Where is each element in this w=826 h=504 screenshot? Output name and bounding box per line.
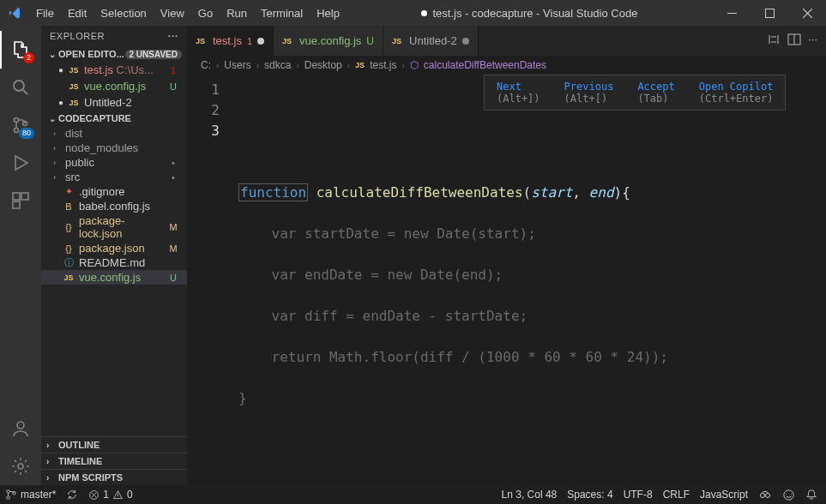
activity-run-debug[interactable] [0,144,41,182]
svg-rect-8 [13,201,20,208]
menu-go[interactable]: Go [191,3,220,23]
breadcrumb[interactable]: C:› Users› sdkca› Desktop› JStest.js› ⬡c… [187,56,826,75]
menu-run[interactable]: Run [220,3,254,23]
status-problems[interactable]: 1 0 [83,489,137,501]
timeline-section[interactable]: ›TIMELINE [41,453,187,469]
explorer-badge: 2 [23,52,34,63]
file-item[interactable]: ✦.gitignore [41,184,187,199]
editor-tab[interactable]: JS test.js 1 [187,26,274,56]
workspace-name: CODECAPTURE [58,113,131,123]
menu-help[interactable]: Help [310,3,347,23]
status-spaces[interactable]: Spaces: 4 [562,488,618,501]
suggest-accept[interactable]: Accept(Tab) [625,75,686,110]
open-editors-label: OPEN EDITO... [58,49,124,59]
js-file-icon: JS [67,66,81,75]
chevron-right-icon: › [53,159,62,167]
svg-point-10 [18,464,23,469]
status-bell-icon[interactable] [800,488,823,501]
activity-search[interactable] [0,69,41,106]
dirty-dot-icon: ● [55,65,67,75]
folder-item[interactable]: ›node_modules [41,141,187,155]
status-sync[interactable] [61,489,83,501]
chevron-down-icon: ⌄ [46,114,58,123]
status-eol[interactable]: CRLF [658,488,695,501]
svg-point-12 [7,490,10,494]
activity-extensions[interactable] [0,182,41,219]
activity-source-control[interactable]: 80 [0,106,41,144]
open-editors-header[interactable]: ⌄ OPEN EDITO... 2 UNSAVED [41,46,187,62]
workspace-header[interactable]: ⌄ CODECAPTURE [41,111,187,126]
status-language[interactable]: JavaScript [695,488,753,501]
status-indicator: 1 [168,65,178,75]
split-editor-icon[interactable] [787,33,801,49]
chevron-right-icon: › [53,129,62,138]
title-bar: File Edit Selection View Go Run Terminal… [0,0,826,26]
status-indicator: U [168,81,178,92]
editor-tab[interactable]: JS vue.config.js U [274,26,383,56]
file-item[interactable]: Bbabel.config.js [41,199,187,213]
more-icon[interactable]: ··· [808,33,817,49]
status-cursor[interactable]: Ln 3, Col 48 [497,488,563,501]
status-copilot-icon[interactable] [753,488,777,501]
status-encoding[interactable]: UTF-8 [618,488,658,501]
file-item[interactable]: {}package-lock.jsonM [41,213,187,241]
svg-point-4 [15,129,19,133]
svg-point-16 [761,494,765,498]
suggest-open-copilot[interactable]: Open Copilot(Ctrl+Enter) [687,75,786,110]
editor-body[interactable]: Next(Alt+]) Previous(Alt+[) Accept(Tab) … [187,75,826,485]
method-icon: ⬡ [410,59,419,71]
svg-point-18 [784,489,793,499]
activity-settings[interactable] [0,447,41,485]
chevron-right-icon: › [53,173,62,182]
line-numbers: 1 2 3 [187,75,238,485]
outline-section[interactable]: ›OUTLINE [41,436,187,453]
status-branch[interactable]: master* [0,489,61,501]
close-button[interactable] [788,0,826,26]
folder-item[interactable]: ›dist [41,126,187,141]
chevron-right-icon: › [46,441,58,450]
editor-tab[interactable]: JS Untitled-2 [383,26,479,56]
svg-rect-6 [13,193,20,200]
menu-view[interactable]: View [154,3,191,23]
menu-file[interactable]: File [29,3,61,23]
minimize-button[interactable] [713,0,751,26]
dirty-dot-icon [257,38,264,45]
maximize-button[interactable] [751,0,788,26]
file-item[interactable]: JSvue.config.jsU [41,270,187,285]
window-controls [713,0,826,26]
js-file-icon: JS [355,61,365,69]
npm-scripts-section[interactable]: ›NPM SCRIPTS [41,469,187,485]
babel-icon: B [62,201,75,212]
explorer-sidebar: EXPLORER ··· ⌄ OPEN EDITO... 2 UNSAVED ●… [41,26,187,485]
folder-item[interactable]: ›src• [41,170,187,184]
js-file-icon: JS [67,99,81,107]
file-item[interactable]: {}package.jsonM [41,241,187,255]
open-editor-item[interactable]: JS vue.config.js U [41,78,187,94]
js-file-icon: JS [196,37,208,45]
scrollbar[interactable] [814,75,826,485]
menu-edit[interactable]: Edit [61,3,93,23]
gitignore-icon: ✦ [62,186,75,197]
svg-point-13 [7,496,10,500]
markdown-icon: ⓘ [62,256,75,269]
activity-explorer[interactable]: 2 [0,31,41,69]
activity-account[interactable] [0,410,41,447]
folder-item[interactable]: ›public• [41,155,187,170]
suggest-previous[interactable]: Previous(Alt+[) [552,75,626,110]
dirty-dot-icon: ● [55,98,67,107]
compare-changes-icon[interactable] [767,33,781,49]
chevron-right-icon: › [46,457,58,466]
suggest-next[interactable]: Next(Alt+]) [485,75,552,110]
status-bar: master* 1 0 Ln 3, Col 48 Spaces: 4 UTF-8… [0,485,826,504]
open-editor-item[interactable]: ● JS test.js C:\Us... 1 [41,62,187,78]
js-file-icon: JS [62,273,75,282]
file-tree: ›dist ›node_modules ›public• ›src• ✦.git… [41,126,187,285]
main-menu: File Edit Selection View Go Run Terminal… [29,3,347,23]
menu-selection[interactable]: Selection [93,3,153,23]
status-feedback-icon[interactable] [777,488,800,501]
menu-terminal[interactable]: Terminal [254,3,310,23]
explorer-more-icon[interactable]: ··· [168,31,178,41]
open-editor-item[interactable]: ● JS Untitled-2 [41,94,187,111]
code-content[interactable]: function calculateDiffBetweenDates(start… [238,75,814,485]
file-item[interactable]: ⓘREADME.md [41,255,187,270]
